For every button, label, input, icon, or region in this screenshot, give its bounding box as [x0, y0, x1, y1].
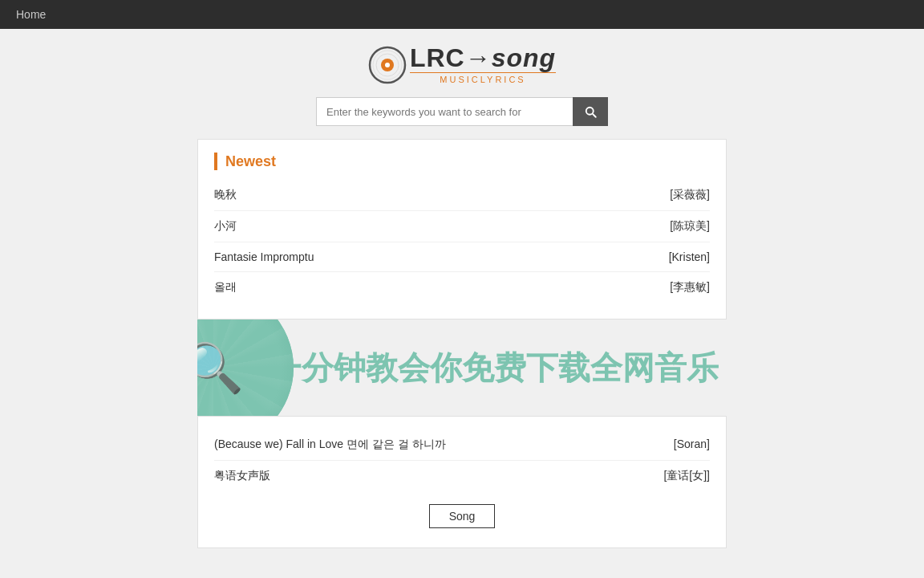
song-button[interactable]: Song [429, 504, 496, 528]
banner-section: 🔍 一分钟教会你免费下载全网音乐 [197, 320, 727, 416]
nav-home-link[interactable]: Home [16, 8, 46, 21]
search-input[interactable] [316, 97, 573, 126]
logo-subtitle: MusicLyrics [410, 72, 556, 84]
footer: Contact Email：xiekkt@gmail.com Statement… [0, 564, 924, 578]
banner-text: 一分钟教会你免费下载全网音乐 [270, 346, 719, 390]
table-row[interactable]: Fantasie Impromptu [Kristen] [214, 242, 710, 272]
song-name: 올래 [214, 280, 237, 295]
newest-section: Newest 晚秋 [采薇薇] 小河 [陈琼美] Fantasie Improm… [197, 139, 727, 320]
banner-circle-inner: 🔍 [197, 320, 294, 416]
table-row[interactable]: 올래 [李惠敏] [214, 272, 710, 303]
logo-title: LRC→song [410, 45, 556, 71]
header: LRC→song MusicLyrics [0, 29, 924, 139]
more-section: (Because we) Fall in Love 면에 같은 걸 하니까 [S… [197, 416, 727, 548]
newest-label: Newest [225, 153, 276, 170]
table-row[interactable]: 小河 [陈琼美] [214, 211, 710, 242]
search-button[interactable] [573, 97, 608, 126]
magnifier-icon: 🔍 [197, 340, 244, 397]
song-name: 小河 [214, 219, 237, 234]
banner-circle: 🔍 [197, 320, 294, 416]
table-row[interactable]: 粤语女声版 [童话[女]] [214, 461, 710, 491]
svg-point-2 [385, 63, 390, 67]
main-content: Newest 晚秋 [采薇薇] 小河 [陈琼美] Fantasie Improm… [197, 139, 727, 564]
top-nav: Home [0, 0, 924, 29]
song-name: 粤语女声版 [214, 469, 270, 483]
song-btn-container: Song [214, 491, 710, 531]
more-song-list: (Because we) Fall in Love 면에 같은 걸 하니까 [S… [214, 429, 710, 491]
song-name: (Because we) Fall in Love 면에 같은 걸 하니까 [214, 438, 446, 452]
logo-arrow: → [465, 43, 492, 72]
logo-song: song [492, 43, 556, 72]
table-row[interactable]: (Because we) Fall in Love 면에 같은 걸 하니까 [S… [214, 429, 710, 461]
search-container [316, 97, 608, 126]
song-artist: [童话[女]] [663, 469, 710, 483]
logo-icon [368, 46, 407, 84]
song-artist: [李惠敏] [670, 280, 710, 295]
song-name: Fantasie Impromptu [214, 250, 314, 263]
song-artist: [采薇薇] [670, 188, 710, 202]
logo-lrc: LRC [410, 43, 465, 72]
table-row[interactable]: 晚秋 [采薇薇] [214, 180, 710, 211]
newest-title: Newest [214, 153, 710, 170]
song-artist: [Kristen] [669, 250, 710, 263]
search-icon [583, 104, 598, 119]
logo-container: LRC→song MusicLyrics [368, 45, 556, 84]
newest-song-list: 晚秋 [采薇薇] 小河 [陈琼美] Fantasie Impromptu [Kr… [214, 180, 710, 303]
logo-text: LRC→song MusicLyrics [410, 45, 556, 84]
title-bar [214, 153, 217, 170]
song-artist: [陈琼美] [670, 219, 710, 234]
page-wrapper: Home LRC→song MusicLyrics [0, 0, 924, 578]
song-name: 晚秋 [214, 188, 237, 202]
song-artist: [Soran] [674, 438, 710, 452]
